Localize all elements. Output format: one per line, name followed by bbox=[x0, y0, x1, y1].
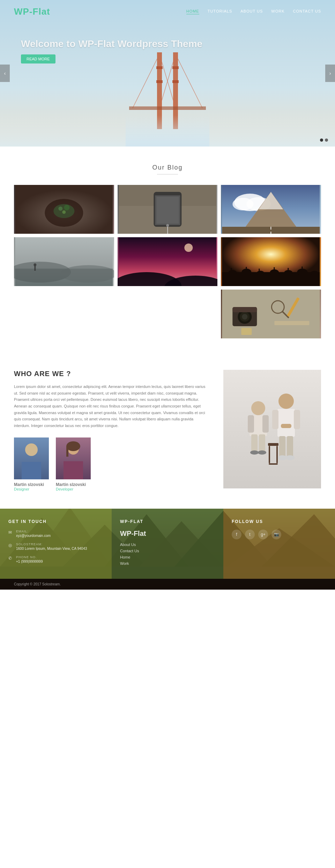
twitter-icon[interactable]: t bbox=[245, 530, 255, 539]
svg-point-23 bbox=[166, 224, 169, 227]
svg-rect-22 bbox=[156, 197, 179, 224]
team-role-1: Designer bbox=[14, 487, 49, 491]
nav-work[interactable]: WORK bbox=[271, 9, 284, 14]
blog-section: Our Blog bbox=[0, 147, 335, 352]
address-value: 1600 Lorem Ipsum, Mountain View, CA 9404… bbox=[16, 547, 87, 551]
hero-dot-2[interactable] bbox=[325, 139, 328, 142]
blog-item-7[interactable] bbox=[221, 290, 321, 338]
footer-email-item: ✉ EMAIL: xyz@yourdomain.com bbox=[8, 530, 103, 538]
svg-point-45 bbox=[229, 270, 237, 276]
blog-section-title: Our Blog bbox=[14, 164, 321, 171]
who-image bbox=[223, 370, 321, 488]
svg-point-15 bbox=[58, 207, 62, 211]
blog-item-4[interactable] bbox=[14, 237, 114, 286]
svg-point-88 bbox=[278, 394, 294, 409]
svg-rect-100 bbox=[269, 463, 278, 465]
svg-point-51 bbox=[311, 271, 319, 276]
svg-rect-2 bbox=[156, 66, 163, 69]
footer-link-work[interactable]: Work bbox=[120, 561, 215, 566]
phone-icon: ✆ bbox=[8, 556, 13, 561]
social-icons: f t g+ 📷 bbox=[232, 530, 327, 539]
svg-rect-10 bbox=[129, 106, 206, 110]
footer-logo: WP-Flat bbox=[120, 530, 215, 538]
svg-point-62 bbox=[242, 314, 248, 320]
footer-link-contact[interactable]: Contact Us bbox=[120, 549, 215, 553]
svg-point-16 bbox=[64, 205, 69, 210]
svg-point-96 bbox=[285, 455, 295, 460]
footer-address-item: ◎ SOLOSTREAM: 1600 Lorem Ipsum, Mountain… bbox=[8, 542, 103, 551]
svg-rect-72 bbox=[22, 462, 41, 479]
hero-dots bbox=[320, 139, 328, 142]
svg-point-86 bbox=[250, 450, 259, 455]
svg-point-87 bbox=[258, 450, 266, 455]
team-role-2: Developer bbox=[56, 487, 91, 491]
svg-point-40 bbox=[184, 244, 193, 252]
nav-tutorials[interactable]: TUTORIALS bbox=[208, 9, 232, 14]
svg-rect-79 bbox=[223, 370, 321, 488]
hero-content: Welcome to WP-Flat Wordpress Theme READ … bbox=[21, 38, 202, 63]
email-icon: ✉ bbox=[8, 530, 13, 535]
instagram-icon[interactable]: 📷 bbox=[271, 530, 281, 539]
location-icon: ◎ bbox=[8, 543, 13, 548]
footer-col3-title: FOLLOW US bbox=[232, 519, 327, 524]
svg-point-36 bbox=[60, 265, 114, 283]
footer-copyright: Copyright © 2017 Solostream. bbox=[0, 579, 335, 590]
read-more-button[interactable]: READ MORE bbox=[21, 54, 55, 63]
svg-rect-52 bbox=[231, 268, 232, 274]
svg-rect-53 bbox=[246, 267, 247, 272]
nav-home[interactable]: HOME bbox=[186, 9, 199, 14]
footer-col-contact: GET IN TOUCH ✉ EMAIL: xyz@yourdomain.com… bbox=[0, 509, 112, 579]
site-logo[interactable]: WP-Flat bbox=[14, 6, 50, 17]
hero-prev-button[interactable]: ‹ bbox=[0, 65, 10, 82]
blog-item-1[interactable] bbox=[14, 185, 114, 234]
svg-rect-83 bbox=[262, 415, 269, 433]
svg-rect-82 bbox=[248, 415, 254, 433]
footer-columns: GET IN TOUCH ✉ EMAIL: xyz@yourdomain.com… bbox=[0, 509, 335, 579]
svg-rect-84 bbox=[251, 434, 258, 452]
svg-rect-94 bbox=[287, 436, 293, 457]
hero-dot-1[interactable] bbox=[320, 139, 323, 142]
svg-point-17 bbox=[62, 210, 66, 214]
svg-rect-63 bbox=[233, 307, 257, 312]
email-value: xyz@yourdomain.com bbox=[16, 534, 51, 538]
footer-phone-item: ✆ PHONE NO. +1 (999)9999999 bbox=[8, 555, 103, 563]
team-member-1: Martin slzovski Designer bbox=[14, 437, 49, 491]
blog-item-6[interactable] bbox=[221, 237, 321, 286]
nav-contact[interactable]: CONTACT US bbox=[293, 9, 321, 14]
svg-rect-90 bbox=[272, 410, 278, 429]
footer-col1-title: GET IN TOUCH bbox=[8, 519, 103, 524]
team-photo-1 bbox=[14, 437, 49, 479]
footer-link-home[interactable]: Home bbox=[120, 555, 215, 559]
svg-point-38 bbox=[34, 263, 36, 266]
svg-rect-93 bbox=[279, 436, 285, 457]
svg-point-70 bbox=[25, 443, 38, 456]
svg-rect-4 bbox=[172, 66, 179, 69]
svg-rect-68 bbox=[241, 328, 252, 335]
blog-divider bbox=[157, 174, 178, 174]
svg-rect-3 bbox=[156, 80, 163, 83]
google-plus-icon[interactable]: g+ bbox=[258, 530, 268, 539]
blog-item-3[interactable] bbox=[221, 185, 321, 234]
blog-item-5[interactable] bbox=[118, 237, 218, 286]
svg-rect-57 bbox=[302, 267, 303, 272]
team-name-2: Martin slzovski bbox=[56, 482, 91, 487]
email-label: EMAIL: bbox=[16, 530, 51, 533]
hero-next-button[interactable]: › bbox=[325, 65, 335, 82]
blog-item-2[interactable] bbox=[118, 185, 218, 234]
svg-point-47 bbox=[257, 271, 265, 276]
facebook-icon[interactable]: f bbox=[232, 530, 241, 539]
copyright-text: Copyright © 2017 Solostream. bbox=[14, 582, 61, 586]
svg-point-80 bbox=[251, 401, 265, 415]
who-paragraph: Lorem ipsum dolor sit amet, consectetur … bbox=[14, 383, 209, 429]
blog-grid bbox=[14, 185, 321, 338]
svg-rect-85 bbox=[259, 434, 265, 452]
footer-link-about[interactable]: About Us bbox=[120, 542, 215, 547]
team-photo-2 bbox=[56, 437, 91, 479]
who-section: WHO ARE WE ? Lorem ipsum dolor sit amet,… bbox=[0, 352, 335, 509]
nav-about[interactable]: ABOUT US bbox=[240, 9, 263, 14]
footer-col2-title: WP-FLAT bbox=[120, 519, 215, 524]
svg-rect-55 bbox=[274, 267, 275, 273]
svg-rect-99 bbox=[276, 446, 278, 463]
footer-col-social: FOLLOW US f t g+ 📷 bbox=[223, 509, 335, 579]
team-name-1: Martin slzovski bbox=[14, 482, 49, 487]
